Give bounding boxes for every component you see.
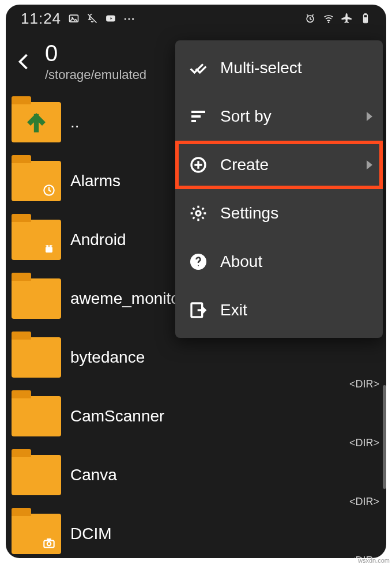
svg-rect-8 bbox=[364, 17, 367, 22]
folder-icon bbox=[12, 455, 61, 495]
plus-circle-icon bbox=[189, 156, 208, 174]
gear-icon bbox=[189, 204, 208, 223]
airplane-icon bbox=[341, 13, 353, 24]
folder-icon bbox=[12, 396, 61, 436]
menu-about[interactable]: About bbox=[175, 238, 383, 286]
help-icon bbox=[189, 253, 208, 271]
menu-label: Exit bbox=[220, 301, 247, 319]
item-label: bytedance bbox=[70, 348, 145, 367]
multicheck-icon bbox=[189, 59, 208, 77]
context-menu: Multi-select Sort by Create Settings Abo… bbox=[175, 40, 383, 338]
menu-create[interactable]: Create bbox=[175, 141, 383, 189]
menu-label: Multi-select bbox=[220, 59, 302, 77]
item-label: CamScanner bbox=[70, 407, 164, 425]
item-label: Android bbox=[70, 231, 126, 249]
folder-icon bbox=[12, 278, 61, 319]
menu-label: Settings bbox=[220, 204, 278, 223]
wifi-icon bbox=[323, 13, 334, 24]
list-item[interactable]: DCIM <DIR> bbox=[6, 504, 386, 558]
battery-icon bbox=[360, 13, 371, 24]
status-clock: 11:24 bbox=[21, 10, 61, 28]
item-label: Alarms bbox=[70, 172, 120, 190]
menu-sort-by[interactable]: Sort by bbox=[175, 92, 383, 141]
svg-rect-15 bbox=[47, 538, 51, 540]
menu-label: Sort by bbox=[220, 107, 272, 126]
menu-multi-select[interactable]: Multi-select bbox=[175, 44, 383, 92]
scrollbar[interactable] bbox=[383, 385, 386, 489]
item-label: .. bbox=[70, 113, 80, 131]
android-icon bbox=[42, 242, 56, 257]
chevron-right-icon bbox=[367, 160, 372, 170]
arrow-up-icon bbox=[25, 111, 48, 134]
mute-icon bbox=[86, 13, 98, 24]
menu-label: Create bbox=[220, 156, 269, 174]
chevron-right-icon bbox=[367, 112, 372, 121]
folder-icon bbox=[12, 514, 61, 554]
app-frame: 11:24 ⋯ 0 /storage/emulated .. bbox=[6, 5, 386, 558]
sort-icon bbox=[189, 107, 208, 126]
folder-icon-up bbox=[12, 102, 61, 142]
list-item[interactable]: Canva <DIR> bbox=[6, 446, 386, 504]
youtube-icon bbox=[105, 13, 116, 24]
menu-exit[interactable]: Exit bbox=[175, 286, 383, 334]
statusbar: 11:24 ⋯ bbox=[6, 5, 386, 32]
path-text: 0 /storage/emulated bbox=[45, 40, 146, 82]
menu-label: About bbox=[220, 253, 262, 271]
svg-rect-10 bbox=[46, 247, 52, 253]
alarm-icon bbox=[304, 13, 316, 24]
folder-icon bbox=[12, 161, 61, 201]
folder-subtitle: /storage/emulated bbox=[45, 67, 146, 82]
menu-settings[interactable]: Settings bbox=[175, 189, 383, 238]
svg-rect-7 bbox=[364, 14, 366, 15]
clock-icon bbox=[42, 183, 56, 198]
exit-icon bbox=[189, 301, 208, 319]
svg-point-18 bbox=[196, 211, 201, 216]
watermark: wsxdn.com bbox=[358, 557, 390, 564]
folder-icon bbox=[12, 220, 61, 260]
svg-point-5 bbox=[328, 22, 329, 23]
item-label: DCIM bbox=[70, 525, 112, 543]
status-left: 11:24 ⋯ bbox=[21, 10, 136, 28]
item-label: aweme_monito bbox=[70, 289, 180, 308]
svg-point-14 bbox=[47, 542, 51, 546]
back-icon[interactable] bbox=[14, 50, 35, 73]
camera-icon bbox=[42, 536, 56, 551]
image-icon bbox=[68, 13, 80, 24]
list-item[interactable]: CamScanner <DIR> bbox=[6, 387, 386, 446]
folder-icon bbox=[12, 337, 61, 378]
svg-point-20 bbox=[197, 265, 199, 266]
folder-title: 0 bbox=[45, 40, 146, 66]
item-label: Canva bbox=[70, 466, 117, 484]
more-notif-icon: ⋯ bbox=[123, 12, 136, 25]
status-right bbox=[304, 13, 371, 24]
